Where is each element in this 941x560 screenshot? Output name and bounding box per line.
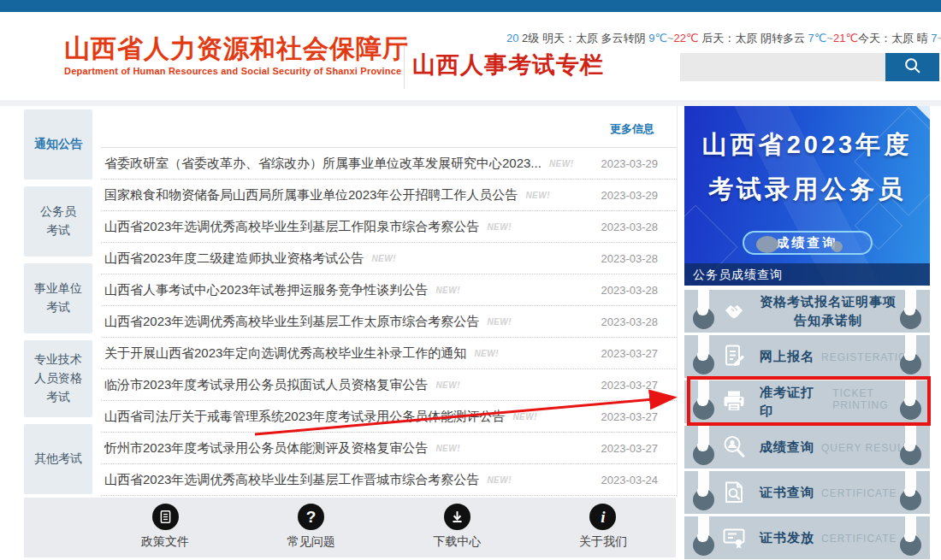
sidebar-nav-item[interactable]: 专业技术 人员资格 考试	[24, 340, 92, 417]
new-badge: NEW!	[487, 222, 512, 232]
footer-item[interactable]: ? 常见问题	[273, 504, 350, 557]
header-divider-band	[0, 100, 941, 106]
news-date: 2023-03-28	[601, 221, 674, 233]
list-item[interactable]: 临汾市2023年度考试录用公务员拟面试人员资格复审公告 NEW! 2023-03…	[101, 369, 677, 401]
new-badge: NEW!	[474, 349, 499, 358]
list-item[interactable]: 关于开展山西省2023年定向选调优秀高校毕业生补录工作的通知 NEW! 2023…	[101, 338, 677, 369]
quick-link-label-zh: 证书查询	[760, 483, 814, 502]
download-icon	[444, 504, 470, 530]
quick-link-label-en: CERTIFICATE	[821, 533, 897, 545]
header: 山西省人力资源和社会保障厅 Department of Human Resour…	[0, 12, 941, 100]
news-title-link[interactable]: 山西省2023年度二级建造师执业资格考试公告	[104, 251, 364, 267]
banner-corner-mark	[916, 106, 930, 120]
printer-icon	[720, 388, 748, 416]
news-date: 2023-03-28	[601, 284, 674, 297]
news-date: 2023-03-29	[601, 189, 674, 202]
news-panel: 更多信息 省委政研室（省委改革办、省综改办）所属事业单位改革发展研究中心2023…	[101, 106, 678, 498]
knob-decoration	[693, 489, 714, 510]
knob-decoration	[693, 353, 714, 374]
smudge-mark	[756, 236, 778, 253]
quick-link-label-zh: 证书发放	[760, 528, 814, 547]
news-date: 2023-03-27	[601, 379, 674, 392]
footer-item[interactable]: i 关于我们	[565, 504, 642, 557]
logo-subtitle: Department of Human Resources and Social…	[64, 66, 409, 76]
footer-item[interactable]: 下载中心	[418, 504, 495, 557]
news-date: 2023-03-27	[601, 410, 674, 423]
quick-link-label-zh: 资格考试报名证明事项	[760, 292, 897, 311]
footer-label: 下载中心	[418, 534, 495, 550]
sidebar-nav-item[interactable]: 其他考试	[24, 424, 92, 494]
search-input[interactable]	[680, 53, 885, 81]
new-badge: NEW!	[435, 380, 460, 390]
news-list: 省委政研室（省委改革办、省综改办）所属事业单位改革发展研究中心2023... N…	[101, 148, 677, 496]
sidebar-nav-label: 专业技术 人员资格 考试	[34, 351, 82, 406]
news-title-link[interactable]: 关于开展山西省2023年定向选调优秀高校毕业生补录工作的通知	[104, 345, 466, 362]
quick-link-row[interactable]: 网上报名 REGISTERATION	[684, 335, 930, 378]
knob-decoration	[900, 444, 921, 465]
news-title-link[interactable]: 忻州市2023年度考试录用公务员体能测评及资格复审公告	[104, 440, 428, 457]
news-title-link[interactable]: 山西省司法厅关于戒毒管理系统2023年度考试录用公务员体能测评公告	[104, 409, 505, 425]
info-icon: i	[589, 504, 616, 530]
banner-title-line1: 山西省2023年度	[684, 128, 930, 162]
more-info-link[interactable]: 更多信息	[610, 121, 654, 137]
knob-decoration	[900, 353, 921, 374]
list-item[interactable]: 山西省司法厅关于戒毒管理系统2023年度考试录用公务员体能测评公告 NEW! 2…	[101, 401, 677, 433]
list-item[interactable]: 山西省2023年选调优秀高校毕业生到基层工作阳泉市综合考察公告 NEW! 202…	[101, 211, 677, 243]
news-title-link[interactable]: 临汾市2023年度考试录用公务员拟面试人员资格复审公告	[104, 377, 428, 393]
search-button[interactable]	[885, 53, 939, 81]
search-icon	[903, 56, 922, 78]
news-title-link[interactable]: 国家粮食和物资储备局山西局所属事业单位2023年公开招聘工作人员公告	[104, 187, 518, 203]
knob-decoration	[900, 398, 921, 420]
quick-link-row[interactable]: 证书查询 CERTIFICATE	[684, 471, 930, 514]
quick-link-label-zh: 准考证打印	[760, 383, 826, 421]
weather-segment: ~	[937, 32, 941, 44]
left-nav: 通知公告 公务员 考试 事业单位 考试 专业技术 人员资格 考试 其他考试	[24, 109, 92, 501]
sidebar-nav-label: 事业单位 考试	[34, 280, 82, 316]
logo-title: 山西省人力资源和社会保障厅	[64, 34, 409, 62]
new-badge: NEW!	[435, 286, 460, 295]
weather-segment: 后天：太原 阴转多云	[699, 32, 808, 44]
list-item[interactable]: 山西省2023年度二级建造师执业资格考试公告 NEW! 2023-03-28	[101, 243, 677, 274]
question-icon: ?	[298, 504, 324, 530]
knob-decoration	[900, 308, 921, 329]
quick-link-row[interactable]: 证书发放 CERTIFICATE	[684, 516, 930, 559]
list-item[interactable]: 山西省2023年选调优秀高校毕业生到基层工作太原市综合考察公告 NEW! 202…	[101, 306, 677, 338]
knob-decoration	[693, 308, 714, 329]
news-list-header: 更多信息	[101, 106, 677, 148]
news-title-link[interactable]: 山西省2023年选调优秀高校毕业生到基层工作晋城市综合考察公告	[104, 472, 479, 488]
page: 山西省人力资源和社会保障厅 Department of Human Resour…	[0, 0, 941, 560]
new-badge: NEW!	[487, 475, 512, 485]
weather-segment: ~	[667, 32, 674, 44]
quick-link-label-zh: 成绩查询	[760, 438, 814, 457]
quick-link-row[interactable]: 成绩查询 QUERY RESULTS	[684, 426, 930, 469]
promo-banner[interactable]: 山西省2023年度 考试录用公务员 成绩查询 公务员成绩查询	[684, 106, 930, 286]
weather-segment: 7℃	[808, 32, 827, 44]
knob-decoration	[900, 534, 921, 556]
sidebar-nav-item[interactable]: 通知公告	[24, 109, 92, 180]
cert-search-icon	[720, 479, 748, 506]
news-title-link[interactable]: 省委政研室（省委改革办、省综改办）所属事业单位改革发展研究中心2023...	[104, 156, 542, 172]
sidebar-nav-label: 公务员 考试	[40, 203, 76, 239]
site-logo[interactable]: 山西省人力资源和社会保障厅 Department of Human Resour…	[64, 34, 409, 76]
list-item[interactable]: 山西省2023年选调优秀高校毕业生到基层工作晋城市综合考察公告 NEW! 202…	[101, 464, 677, 496]
list-item[interactable]: 忻州市2023年度考试录用公务员体能测评及资格复审公告 NEW! 2023-03…	[101, 433, 677, 464]
news-title-link[interactable]: 山西省2023年选调优秀高校毕业生到基层工作阳泉市综合考察公告	[104, 219, 479, 235]
news-title-link[interactable]: 山西省人事考试中心2023年试卷押运服务竞争性谈判公告	[104, 282, 428, 298]
list-item[interactable]: 山西省人事考试中心2023年试卷押运服务竞争性谈判公告 NEW! 2023-03…	[101, 274, 677, 306]
news-title-link[interactable]: 山西省2023年选调优秀高校毕业生到基层工作太原市综合考察公告	[104, 314, 479, 330]
news-date: 2023-03-28	[601, 252, 674, 265]
footer-item[interactable]: 政策文件	[127, 504, 204, 557]
sidebar-nav-item[interactable]: 事业单位 考试	[24, 263, 92, 333]
quick-link-label-zh: 网上报名	[760, 347, 814, 366]
quick-link-label-zh-line2: 告知承诺制	[760, 311, 897, 330]
sidebar-nav-item[interactable]: 公务员 考试	[24, 186, 92, 256]
list-item[interactable]: 省委政研室（省委改革办、省综改办）所属事业单位改革发展研究中心2023... N…	[101, 148, 677, 180]
quick-link-row[interactable]: 准考证打印 TICKET PRINTING	[684, 380, 930, 423]
news-date: 2023-03-28	[601, 315, 674, 328]
section-title: 山西人事考试专栏	[412, 50, 604, 80]
news-date: 2023-03-29	[601, 157, 674, 170]
list-item[interactable]: 国家粮食和物资储备局山西局所属事业单位2023年公开招聘工作人员公告 NEW! …	[101, 180, 677, 211]
quick-link-row[interactable]: 资格考试报名证明事项 告知承诺制	[684, 290, 930, 333]
weather-segment: 2级 明天：太原 多云转阴	[522, 32, 648, 44]
weather-ticker: 20 2级 明天：太原 多云转阴 9℃~22℃ 后天：太原 阴转多云 7℃~21…	[506, 31, 941, 46]
